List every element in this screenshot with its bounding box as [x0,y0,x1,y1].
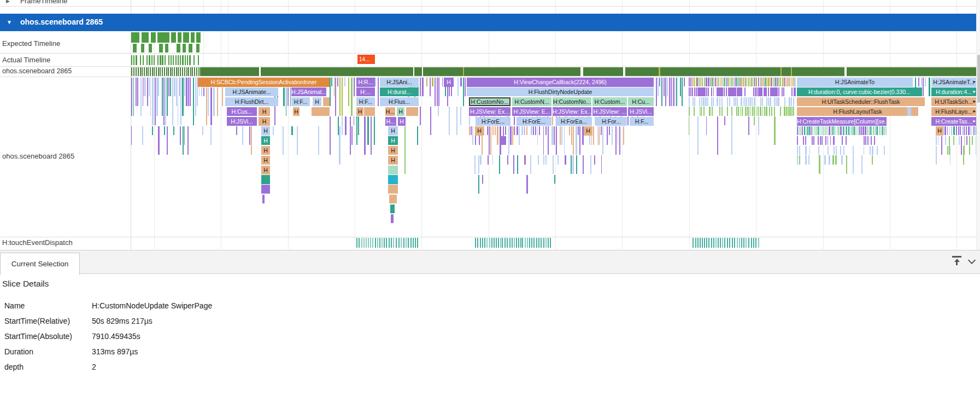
flame-slice[interactable]: H [388,156,398,165]
flame-slice[interactable] [261,185,270,194]
timeline-scrollbar[interactable] [976,0,980,250]
flame-slice[interactable]: H:JSView: E... [512,107,551,116]
flame-slice[interactable]: H [261,126,270,135]
slice-continues-icon: ▸ [973,98,976,105]
flame-slice[interactable] [262,195,265,203]
flame-slice[interactable]: H:JSVi... [227,117,257,126]
flame-slice[interactable] [389,195,397,203]
track-label-thread: ohos.sceneboard 2865 [2,152,74,160]
flame-slice[interactable]: H [259,117,270,126]
flame-slice[interactable]: H:... [356,87,375,96]
slice-continues-icon: ▸ [973,88,976,95]
flame-slice[interactable]: H... [385,107,395,116]
field-value: 50s 829ms 217µs [92,317,152,325]
flame-slice[interactable]: H:CustomNo... [553,97,591,106]
flame-slice[interactable] [907,107,911,116]
flame-slice[interactable]: H:F... [630,117,654,126]
slice-continues-icon: ▸ [973,108,976,115]
collapse-panel-icon[interactable] [952,256,961,265]
scrollbar-thumb[interactable] [977,55,980,103]
flame-slice[interactable]: H:UITaskScheduler::FlushTask [797,97,925,106]
flame-slice[interactable]: H:Flus... [380,97,419,106]
flame-slice[interactable] [261,175,270,184]
flame-slice[interactable] [406,107,418,116]
flame-slice[interactable]: H:F... [356,97,375,106]
row-divider [0,66,976,67]
flame-slice[interactable] [323,97,330,106]
flame-slice[interactable]: H:JSView: ... [592,107,627,116]
flame-slice[interactable]: H:JSAnimateT...▸ [931,78,976,86]
flame-slice[interactable]: H [259,107,270,116]
flame-slice[interactable]: H [475,126,484,135]
flame-slice[interactable]: H:JSAnimate... [225,87,278,96]
flame-slice[interactable]: H:duration:0, curve:cubic-bezier(0.330..… [797,87,922,96]
flame-slice[interactable]: H:Custom... [592,97,627,106]
flame-slice[interactable]: H [398,117,406,126]
flame-slice[interactable]: H:FlushLayo...▸ [931,107,976,116]
flame-slice[interactable] [390,205,395,213]
flame-slice[interactable] [388,175,398,184]
flame-slice[interactable]: H [388,136,398,145]
process-group-header[interactable]: ▼ ohos.sceneboard 2865 [0,14,976,31]
flame-slice[interactable]: H:JSView: Ex... [553,107,591,116]
flame-slice[interactable]: H [261,136,270,145]
collapse-arrow-icon[interactable]: ▶ [6,0,10,4]
flame-slice[interactable]: H:For... [596,117,627,126]
flame-slice[interactable]: H:ForEa... [556,117,592,126]
flame-slice[interactable]: H:JSAnimat... [291,87,326,96]
field-label: StartTime(Relative) [4,317,70,325]
flame-slice[interactable] [388,185,398,194]
flame-slice[interactable]: H:JSAnimateTo [797,78,913,86]
track-label-expected-timeline: Expected Timeline [2,39,60,48]
flame-slice-selected[interactable]: H:CustomNo... [469,97,510,106]
slice-continues-icon: ▸ [973,118,976,125]
flame-slice[interactable]: H [356,107,363,116]
flame-slice[interactable]: H:durat... [380,87,419,96]
track-frame-timeline[interactable]: ▶ FrameTimeline [0,0,980,6]
flame-slice[interactable]: H [397,107,404,116]
flame-slice[interactable]: H [584,126,592,135]
expand-arrow-icon[interactable]: ▼ [7,19,12,25]
flame-slice[interactable]: H:FlushLayoutTask [797,107,918,116]
flame-slice[interactable]: H... [385,117,396,126]
field-value: H:CustomNodeUpdate SwiperPage [92,301,212,310]
flame-slice[interactable] [312,107,330,116]
flame-slice[interactable]: H:Cu... [628,97,654,106]
flame-slice[interactable] [388,166,398,174]
flame-slice[interactable] [364,107,375,116]
flame-slice[interactable]: H:FlushDirt... [225,97,278,106]
flame-slice[interactable]: H [293,107,300,116]
flame-slice[interactable]: H:JSVi... [628,107,654,116]
trace-viewer: ▶ FrameTimeline ▼ ohos.sceneboard 2865 E… [0,0,980,397]
flame-slice[interactable]: H:duration:4...▸ [931,87,976,96]
flame-slice[interactable] [391,214,394,223]
field-label: Name [4,301,25,310]
flame-slice[interactable]: H:UITaskSch...▸ [931,97,976,106]
flame-slice[interactable]: H:JSAni... [380,78,419,86]
flame-slice[interactable]: H:Cus... [227,107,257,116]
flame-slice[interactable]: H:R... [356,78,375,86]
tab-current-selection[interactable]: Current Selection [0,253,80,275]
flame-slice[interactable]: H:CreateTaskMeasure[Column][se... [797,117,887,126]
flame-slice[interactable]: H:FlushDirtyNodeUpdate [467,87,654,96]
flame-slice[interactable]: H [936,126,943,135]
flame-slice[interactable]: H:ViewChangeCallback(2224, 2496) [467,78,654,86]
flame-slice[interactable]: H [261,146,270,155]
flame-slice[interactable]: H:CustomN... [512,97,551,106]
flame-slice[interactable]: H [313,97,321,106]
janky-frame-marker[interactable]: 14... [357,55,375,64]
flame-slice[interactable] [501,136,506,145]
details-panel-tabbar [0,250,980,274]
flame-slice[interactable]: H:F... [291,97,310,106]
flame-slice[interactable]: H [388,146,398,155]
flame-slice[interactable]: H:SCBCb:PendingSessionActivationInner [198,78,330,86]
flame-slice[interactable]: H [261,156,270,165]
flame-slice[interactable]: H:JSView: Ex... [469,107,510,116]
flame-slice[interactable]: H [261,166,270,174]
chevron-down-icon[interactable] [969,258,975,263]
flame-slice[interactable]: H [388,126,398,135]
flame-slice[interactable]: H [444,78,454,86]
flame-slice[interactable]: H:ForE... [517,117,551,126]
flame-slice[interactable]: H:CreateTas...▸ [931,117,976,126]
flame-slice[interactable]: H:ForE... [476,117,510,126]
